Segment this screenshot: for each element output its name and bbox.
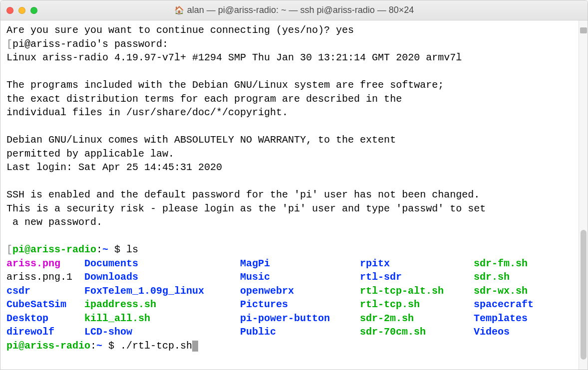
window-title-wrap: 🏠 alan — pi@ariss-radio: ~ — ssh pi@aris… bbox=[0, 5, 588, 15]
line: Debian GNU/Linux comes with ABSOLUTELY N… bbox=[6, 134, 396, 146]
command: ./rtl-tcp.sh bbox=[120, 340, 192, 352]
prompt-path: ~ bbox=[102, 244, 108, 255]
ls-entry: rtl-sdr bbox=[360, 270, 474, 284]
minimize-button[interactable] bbox=[18, 7, 25, 14]
ls-entry: openwebrx bbox=[240, 284, 360, 298]
prompt-user: pi@ariss-radio bbox=[12, 244, 96, 255]
line: the exact distribution terms for each pr… bbox=[6, 93, 402, 105]
ls-entry: sdr-wx.sh bbox=[474, 284, 528, 298]
scroll-marker bbox=[580, 27, 587, 33]
ls-entry: rtl-tcp.sh bbox=[360, 298, 474, 312]
ls-entry: sdr.sh bbox=[474, 270, 510, 284]
ls-entry: sdr-2m.sh bbox=[360, 312, 474, 326]
ls-entry: ipaddress.sh bbox=[84, 298, 240, 312]
ls-entry: Pictures bbox=[240, 298, 360, 312]
home-icon: 🏠 bbox=[174, 5, 184, 15]
ls-entry: rtl-tcp-alt.sh bbox=[360, 284, 474, 298]
ls-entry: direwolf bbox=[6, 325, 84, 339]
line: Linux ariss-radio 4.19.97-v7l+ #1294 SMP… bbox=[6, 52, 462, 63]
line: pi@ariss-radio's password: bbox=[12, 38, 168, 50]
ls-entry: Desktop bbox=[6, 312, 84, 326]
prompt-sep: : bbox=[90, 340, 96, 352]
prompt-dollar: $ bbox=[102, 340, 120, 352]
ls-entry: Templates bbox=[474, 312, 528, 326]
maximize-button[interactable] bbox=[30, 7, 37, 14]
ls-entry: sdr-70cm.sh bbox=[360, 325, 474, 339]
line: SSH is enabled and the default password … bbox=[6, 189, 480, 200]
prompt-user: pi@ariss-radio bbox=[6, 340, 90, 352]
ls-entry: LCD-show bbox=[84, 325, 240, 339]
terminal-output[interactable]: Are you sure you want to continue connec… bbox=[0, 20, 588, 370]
ls-entry: pi-power-button bbox=[240, 312, 360, 326]
line: Last login: Sat Apr 25 14:45:31 2020 bbox=[6, 162, 222, 173]
prompt-dollar: $ bbox=[108, 244, 126, 255]
scrollbar-thumb[interactable] bbox=[581, 230, 587, 360]
ls-entry: csdr bbox=[6, 284, 84, 298]
ls-entry: Documents bbox=[84, 257, 240, 271]
close-button[interactable] bbox=[6, 7, 13, 14]
ls-entry: spacecraft bbox=[474, 298, 534, 312]
traffic-lights bbox=[6, 7, 37, 14]
line: Are you sure you want to continue connec… bbox=[6, 24, 354, 36]
terminal-window: 🏠 alan — pi@ariss-radio: ~ — ssh pi@aris… bbox=[0, 0, 588, 370]
bracket-icon: [ bbox=[6, 38, 12, 50]
ls-entry: Music bbox=[240, 270, 360, 284]
cursor bbox=[192, 341, 198, 352]
ls-entry: sdr-fm.sh bbox=[474, 257, 528, 271]
ls-entry: Downloads bbox=[84, 270, 240, 284]
window-title: alan — pi@ariss-radio: ~ — ssh pi@ariss-… bbox=[187, 5, 414, 15]
ls-entry: kill_all.sh bbox=[84, 312, 240, 326]
line: permitted by applicable law. bbox=[6, 148, 174, 160]
ls-entry: rpitx bbox=[360, 257, 474, 271]
prompt-sep: : bbox=[96, 244, 102, 255]
ls-entry: Videos bbox=[474, 325, 510, 339]
ls-output: ariss.pngDocumentsMagPirpitxsdr-fm.sh ar… bbox=[6, 258, 534, 338]
ls-entry: ariss.png bbox=[6, 257, 84, 271]
line: This is a security risk - please login a… bbox=[6, 203, 486, 214]
ls-entry: ariss.png.1 bbox=[6, 270, 84, 284]
line: a new password. bbox=[6, 216, 102, 228]
line: individual files in /usr/share/doc/*/cop… bbox=[6, 107, 288, 118]
command: ls bbox=[126, 244, 138, 255]
ls-entry: MagPi bbox=[240, 257, 360, 271]
window-titlebar[interactable]: 🏠 alan — pi@ariss-radio: ~ — ssh pi@aris… bbox=[0, 0, 588, 20]
scrollbar-track[interactable] bbox=[579, 20, 588, 370]
bracket-icon: [ bbox=[6, 244, 12, 255]
prompt-path: ~ bbox=[96, 340, 102, 352]
ls-entry: CubeSatSim bbox=[6, 298, 84, 312]
line: The programs included with the Debian GN… bbox=[6, 79, 444, 91]
ls-entry: FoxTelem_1.09g_linux bbox=[84, 284, 240, 298]
ls-entry: Public bbox=[240, 325, 360, 339]
